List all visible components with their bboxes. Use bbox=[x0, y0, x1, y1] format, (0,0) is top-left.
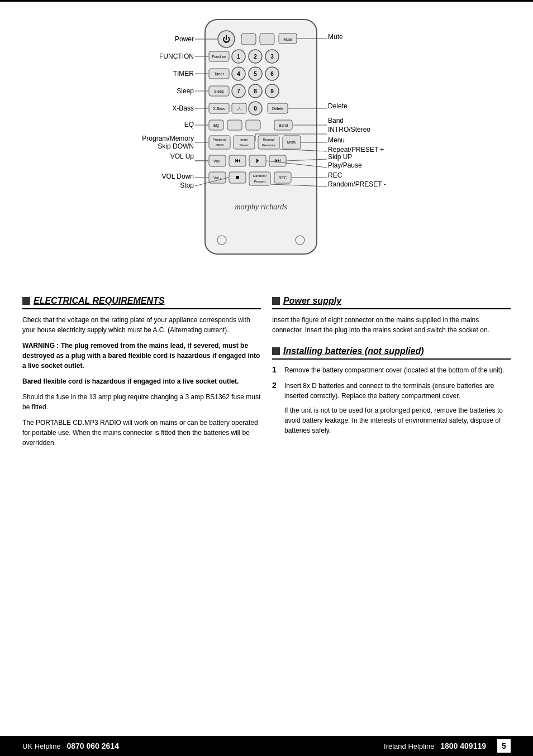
svg-text:INTRO/Stereo: INTRO/Stereo bbox=[328, 126, 370, 133]
step1-number: 1 bbox=[272, 365, 280, 375]
svg-text:2: 2 bbox=[254, 54, 257, 60]
svg-text:⏻: ⏻ bbox=[222, 35, 230, 44]
svg-text:Skip UP: Skip UP bbox=[328, 153, 352, 161]
electrical-body3: The PORTABLE CD.MP3 RADIO will work on m… bbox=[22, 418, 261, 448]
footer-ireland: Ireland Helpline 1800 409119 bbox=[384, 741, 486, 750]
electrical-body2: Should the fuse in the 13 amp plug requi… bbox=[22, 392, 261, 412]
power-supply-section: Power supply Insert the figure of eight … bbox=[272, 296, 511, 335]
electrical-header: ELECTRICAL REQUIREMENTS bbox=[22, 296, 261, 309]
page-number: 5 bbox=[497, 739, 511, 753]
svg-text:Mute: Mute bbox=[328, 33, 343, 41]
electrical-section: ELECTRICAL REQUIREMENTS Check that the v… bbox=[22, 296, 261, 453]
electrical-square-icon bbox=[22, 297, 30, 305]
svg-text:X-Bass: X-Bass bbox=[172, 104, 194, 112]
svg-text:Timer: Timer bbox=[214, 72, 224, 76]
svg-text:Random/PRESET -: Random/PRESET - bbox=[328, 180, 386, 188]
ireland-helpline-number: 1800 409119 bbox=[440, 741, 486, 750]
svg-text:morphy richards: morphy richards bbox=[235, 203, 287, 211]
batteries-title: Installing batteries (not supplied) bbox=[283, 346, 424, 356]
top-border bbox=[0, 0, 533, 2]
right-column: Power supply Insert the figure of eight … bbox=[272, 296, 511, 453]
power-supply-header: Power supply bbox=[272, 296, 511, 309]
electrical-warning1: WARNING : The plug removed from the main… bbox=[22, 341, 261, 371]
svg-text:VOL Down: VOL Down bbox=[161, 173, 194, 180]
batteries-section: Installing batteries (not supplied) 1 Re… bbox=[272, 346, 511, 436]
power-supply-title: Power supply bbox=[283, 296, 341, 306]
svg-text:6: 6 bbox=[270, 71, 274, 77]
svg-text:TIMER: TIMER bbox=[173, 70, 194, 78]
svg-rect-42 bbox=[246, 120, 260, 130]
svg-text:Vol+: Vol+ bbox=[213, 159, 221, 163]
step2-extra: If the unit is not to be used for a prol… bbox=[284, 405, 511, 436]
svg-text:Play/Pause: Play/Pause bbox=[328, 161, 362, 169]
svg-text:Stop: Stop bbox=[180, 181, 194, 189]
svg-text:Sleep: Sleep bbox=[214, 89, 224, 94]
svg-text:Present+: Present+ bbox=[262, 143, 276, 147]
svg-text:EQ: EQ bbox=[213, 123, 220, 128]
step2-text: Insert 8x D batteries and connect to the… bbox=[284, 381, 511, 401]
step1-text: Remove the battery compartment cover (lo… bbox=[284, 365, 505, 375]
svg-text:Repeat/PRESET +: Repeat/PRESET + bbox=[328, 146, 384, 154]
svg-text:Present: Present bbox=[254, 180, 266, 183]
svg-text:Menu: Menu bbox=[328, 136, 345, 144]
svg-rect-4 bbox=[260, 34, 274, 45]
uk-helpline-number: 0870 060 2614 bbox=[67, 741, 119, 750]
svg-text:3: 3 bbox=[270, 54, 274, 60]
batteries-step2: 2 Insert 8x D batteries and connect to t… bbox=[272, 381, 511, 436]
svg-text:X-Bass: X-Bass bbox=[213, 107, 226, 111]
svg-text:Delete: Delete bbox=[272, 107, 283, 111]
step2-number: 2 bbox=[272, 381, 280, 436]
svg-text:VOL Up: VOL Up bbox=[170, 152, 194, 160]
svg-text:⏭: ⏭ bbox=[275, 157, 281, 164]
content-area: ELECTRICAL REQUIREMENTS Check that the v… bbox=[0, 290, 533, 465]
svg-text:■: ■ bbox=[236, 174, 240, 180]
svg-text:Mute: Mute bbox=[283, 37, 292, 41]
svg-text:Vol -: Vol - bbox=[213, 176, 222, 180]
svg-text:Repeat/: Repeat/ bbox=[263, 138, 274, 141]
svg-text:Program/Memory: Program/Memory bbox=[142, 135, 194, 142]
svg-text:–/–: –/– bbox=[236, 107, 242, 111]
remote-svg: ⏻ Mute Funct on 1 2 3 Timer 4 5 6 Sleep … bbox=[77, 11, 456, 285]
svg-text:Funct on: Funct on bbox=[212, 55, 226, 59]
batteries-square-icon bbox=[272, 347, 280, 355]
svg-text:9: 9 bbox=[270, 88, 274, 94]
electrical-body1: Check that the voltage on the rating pla… bbox=[22, 315, 261, 335]
remote-diagram-container: ⏻ Mute Funct on 1 2 3 Timer 4 5 6 Sleep … bbox=[0, 0, 533, 290]
svg-text:1: 1 bbox=[237, 54, 240, 60]
svg-rect-41 bbox=[227, 120, 242, 130]
footer-uk: UK Helpline 0870 060 2614 bbox=[22, 741, 119, 750]
svg-text:Random/: Random/ bbox=[253, 174, 267, 178]
svg-text:Sleep: Sleep bbox=[177, 87, 194, 95]
svg-text:Intro/: Intro/ bbox=[240, 138, 248, 141]
svg-text:Stereo: Stereo bbox=[239, 143, 249, 147]
svg-text:Menu: Menu bbox=[287, 140, 297, 144]
svg-text:Band: Band bbox=[328, 117, 344, 125]
svg-text:EQ: EQ bbox=[184, 121, 194, 128]
svg-text:8: 8 bbox=[254, 88, 257, 94]
power-supply-square-icon bbox=[272, 297, 280, 305]
svg-rect-3 bbox=[241, 34, 256, 45]
electrical-warning2: Bared flexible cord is hazardous if enga… bbox=[22, 376, 261, 386]
electrical-title: ELECTRICAL REQUIREMENTS bbox=[34, 296, 164, 306]
footer-right-group: Ireland Helpline 1800 409119 5 bbox=[384, 739, 511, 753]
svg-text:5: 5 bbox=[254, 71, 257, 77]
uk-helpline-label: UK Helpline bbox=[22, 742, 61, 750]
batteries-step1: 1 Remove the battery compartment cover (… bbox=[272, 365, 511, 375]
ireland-helpline-label: Ireland Helpline bbox=[384, 742, 434, 750]
svg-text:Program/: Program/ bbox=[213, 138, 227, 141]
power-supply-body: Insert the figure of eight connector on … bbox=[272, 315, 511, 335]
svg-text:Delete: Delete bbox=[328, 102, 348, 110]
svg-text:Band: Band bbox=[279, 123, 288, 127]
svg-text:0: 0 bbox=[254, 106, 257, 112]
svg-text:REC: REC bbox=[328, 171, 342, 179]
svg-text:Skip DOWN: Skip DOWN bbox=[158, 142, 194, 150]
svg-text:⏮: ⏮ bbox=[235, 157, 241, 164]
svg-text:REC: REC bbox=[279, 176, 287, 180]
batteries-header: Installing batteries (not supplied) bbox=[272, 346, 511, 360]
svg-text:⏵: ⏵ bbox=[255, 157, 261, 164]
svg-text:4: 4 bbox=[237, 71, 240, 77]
svg-text:FUNCTION: FUNCTION bbox=[159, 52, 194, 60]
svg-text:MEM: MEM bbox=[216, 143, 223, 147]
footer: UK Helpline 0870 060 2614 Ireland Helpli… bbox=[0, 736, 533, 756]
svg-text:7: 7 bbox=[237, 88, 240, 94]
